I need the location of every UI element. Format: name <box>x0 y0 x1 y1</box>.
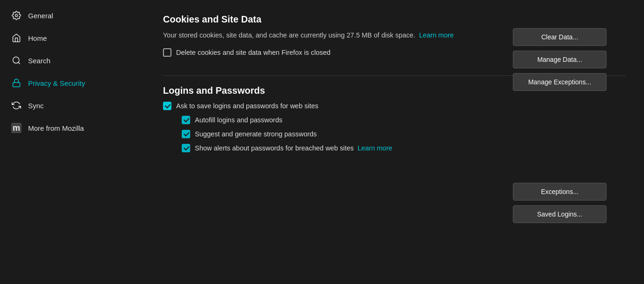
gear-icon <box>11 10 22 21</box>
cookies-learn-more-link[interactable]: Learn more <box>419 31 454 39</box>
svg-point-0 <box>15 15 18 17</box>
logins-section: Logins and Passwords Ask to save logins … <box>163 85 625 152</box>
sync-icon <box>11 100 22 111</box>
sidebar-item-label-mozilla: More from Mozilla <box>28 124 84 132</box>
cookies-title: Cookies and Site Data <box>163 14 625 25</box>
search-icon <box>11 55 22 66</box>
sidebar-item-label-sync: Sync <box>28 102 44 110</box>
manage-data-button[interactable]: Manage Data... <box>513 51 607 68</box>
sidebar-item-more-mozilla[interactable]: m More from Mozilla <box>0 117 140 139</box>
sidebar-item-label-home: Home <box>28 34 47 42</box>
ask-save-checkbox[interactable] <box>163 102 171 110</box>
sidebar-item-general[interactable]: General <box>0 5 140 26</box>
svg-rect-3 <box>13 82 20 87</box>
sidebar-item-label-search: Search <box>28 57 51 65</box>
delete-cookies-checkbox[interactable] <box>163 48 171 57</box>
home-icon <box>11 33 22 43</box>
alerts-learn-more-link[interactable]: Learn more <box>357 144 392 152</box>
cookies-desc-text: Your stored cookies, site data, and cach… <box>163 31 415 39</box>
sidebar-item-search[interactable]: Search <box>0 50 140 71</box>
logins-buttons-panel: Exceptions... Saved Logins... <box>513 183 607 223</box>
autofill-label[interactable]: Autofill logins and passwords <box>195 116 282 124</box>
mozilla-icon: m <box>11 123 22 133</box>
main-content: Clear Data... Manage Data... Manage Exce… <box>140 0 644 284</box>
alerts-text: Show alerts about passwords for breached… <box>195 144 354 152</box>
suggest-row: Suggest and generate strong passwords <box>182 130 625 138</box>
autofill-checkbox[interactable] <box>182 116 190 124</box>
sidebar-item-privacy-security[interactable]: Privacy & Security <box>0 72 140 94</box>
sidebar: General Home Search Privacy & Security <box>0 0 140 284</box>
alerts-checkbox[interactable] <box>182 144 190 152</box>
alerts-row: Show alerts about passwords for breached… <box>182 144 625 152</box>
saved-logins-button[interactable]: Saved Logins... <box>513 205 607 223</box>
manage-exceptions-button[interactable]: Manage Exceptions... <box>513 73 607 91</box>
svg-line-2 <box>18 62 20 64</box>
ask-save-label[interactable]: Ask to save logins and passwords for web… <box>176 102 318 110</box>
clear-data-button[interactable]: Clear Data... <box>513 28 607 46</box>
lock-icon <box>11 78 22 88</box>
autofill-row: Autofill logins and passwords <box>182 116 625 124</box>
sidebar-item-home[interactable]: Home <box>0 27 140 49</box>
ask-save-row: Ask to save logins and passwords for web… <box>163 102 625 110</box>
sidebar-item-sync[interactable]: Sync <box>0 95 140 116</box>
svg-point-1 <box>13 57 19 63</box>
sidebar-item-label-general: General <box>28 12 53 20</box>
suggest-checkbox[interactable] <box>182 130 190 138</box>
exceptions-button[interactable]: Exceptions... <box>513 183 607 201</box>
cookies-buttons-panel: Clear Data... Manage Data... Manage Exce… <box>513 28 607 91</box>
delete-cookies-label[interactable]: Delete cookies and site data when Firefo… <box>176 49 331 56</box>
alerts-label: Show alerts about passwords for breached… <box>195 144 392 152</box>
sidebar-item-label-privacy: Privacy & Security <box>28 79 85 87</box>
content-wrapper: Clear Data... Manage Data... Manage Exce… <box>163 14 625 152</box>
cookies-description: Your stored cookies, site data, and cach… <box>163 30 519 41</box>
suggest-label[interactable]: Suggest and generate strong passwords <box>195 130 317 138</box>
